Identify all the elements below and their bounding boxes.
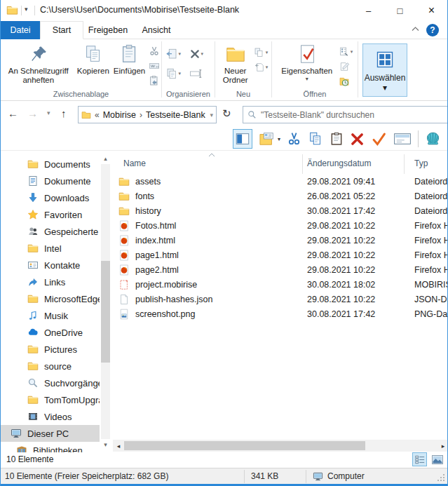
minimize-button[interactable]: – bbox=[353, 0, 384, 21]
easy-access-items-button[interactable]: ▾ bbox=[254, 46, 269, 59]
paste-shortcut-button[interactable] bbox=[149, 74, 160, 87]
column-header-name[interactable]: Name bbox=[123, 158, 146, 168]
file-name[interactable]: assets bbox=[135, 177, 161, 187]
file-row-project-mobirise[interactable]: project.mobirise30.08.2021 18:02MOBIRISE… bbox=[113, 278, 448, 292]
file-row-history[interactable]: history30.08.2021 17:42Dateiordner bbox=[113, 204, 448, 219]
recent-locations-icon[interactable]: ▾ bbox=[47, 109, 50, 116]
scroll-right-icon[interactable]: ▸ bbox=[437, 440, 448, 452]
folder-options-button[interactable]: ▾ bbox=[259, 131, 280, 147]
tab-freigeben[interactable]: Freigeben bbox=[83, 21, 133, 39]
file-name[interactable]: index.html bbox=[135, 236, 175, 245]
address-box[interactable]: « Mobirise › Testseite-Blank ▾ bbox=[78, 106, 217, 123]
horizontal-scrollbar[interactable]: ◂ ▸ bbox=[113, 440, 448, 452]
cut-toolbar-button[interactable] bbox=[287, 131, 301, 147]
copy-to-button[interactable]: ▾ bbox=[165, 67, 188, 80]
edit-button[interactable] bbox=[339, 60, 353, 73]
file-name[interactable]: Fotos.html bbox=[135, 221, 176, 231]
file-name[interactable]: project.mobirise bbox=[135, 280, 197, 290]
file-name[interactable]: history bbox=[135, 206, 161, 216]
thumbnail-view-button[interactable] bbox=[430, 452, 444, 466]
move-to-button[interactable]: ▾ bbox=[165, 48, 188, 60]
file-name[interactable]: publish-hashes.json bbox=[135, 295, 213, 304]
maximize-button[interactable]: □ bbox=[384, 0, 416, 21]
sidebar-item-onedrive[interactable]: OneDrive bbox=[1, 324, 100, 341]
sidebar-scrollbar[interactable]: ▴ ▾ bbox=[100, 153, 111, 450]
history-button[interactable] bbox=[339, 75, 353, 88]
rename-button[interactable] bbox=[189, 67, 212, 80]
breadcrumb-chevron-icon[interactable]: › bbox=[140, 110, 142, 120]
file-row-page1-html[interactable]: page1.html29.08.2021 10:22Firefox HTM bbox=[113, 248, 448, 263]
column-divider[interactable] bbox=[404, 154, 405, 174]
easy-access-button[interactable]: ▾ bbox=[254, 61, 269, 74]
paste-toolbar-button[interactable] bbox=[330, 131, 344, 147]
column-divider[interactable] bbox=[302, 154, 303, 174]
rename-toolbar-button[interactable] bbox=[393, 132, 412, 146]
edit-properties-button[interactable]: ▾ bbox=[339, 46, 353, 58]
tab-start[interactable]: Start bbox=[40, 21, 83, 39]
resize-grip[interactable] bbox=[437, 473, 446, 482]
delete-button[interactable]: ▾ bbox=[189, 48, 212, 60]
navigation-pane-toggle-button[interactable] bbox=[233, 129, 252, 149]
file-name[interactable]: page2.html bbox=[135, 265, 179, 275]
file-row-fonts[interactable]: fonts26.08.2021 05:22Dateiordner bbox=[113, 189, 448, 204]
scroll-down-icon[interactable]: ▾ bbox=[100, 439, 111, 450]
sidebar-item-source[interactable]: source bbox=[1, 358, 100, 374]
search-box[interactable]: "Testseite-Blank" durchsuchen bbox=[243, 106, 448, 123]
column-header-type[interactable]: Typ bbox=[414, 158, 428, 168]
column-header-date[interactable]: Änderungsdatum bbox=[307, 158, 371, 168]
sidebar-item-videos[interactable]: Videos bbox=[1, 408, 100, 425]
help-button[interactable]: ? bbox=[426, 24, 439, 36]
file-row-fotos-html[interactable]: Fotos.html29.08.2021 10:22Firefox HTM bbox=[113, 219, 448, 234]
sidebar-item-musik[interactable]: Musik bbox=[1, 307, 100, 324]
cut-button[interactable] bbox=[149, 45, 160, 58]
explorer-window: { "window": { "path": "C:\\Users\\User\\… bbox=[0, 0, 448, 486]
file-row-index-html[interactable]: index.html29.08.2021 10:22Firefox HTM bbox=[113, 234, 448, 248]
scroll-left-icon[interactable]: ◂ bbox=[113, 440, 124, 452]
check-toolbar-button[interactable] bbox=[371, 132, 387, 147]
sidebar-item-dieser-pc[interactable]: Dieser PC bbox=[1, 425, 100, 442]
sidebar-item-favoriten[interactable]: Favoriten bbox=[1, 206, 100, 223]
file-row-screenshot-png[interactable]: screenshot.png30.08.2021 17:42PNG-Datei bbox=[113, 307, 448, 322]
scrollbar-thumb[interactable] bbox=[124, 441, 365, 450]
sidebar-item-dokumente[interactable]: Dokumente bbox=[1, 173, 100, 189]
sidebar-item-pictures[interactable]: Pictures bbox=[1, 341, 100, 358]
sidebar-item-microsoftedge[interactable]: MicrosoftEdge bbox=[1, 290, 100, 307]
delete-toolbar-button[interactable] bbox=[350, 132, 365, 147]
details-view-button[interactable] bbox=[412, 452, 427, 466]
copy-path-button[interactable] bbox=[149, 60, 160, 72]
copy-toolbar-button[interactable] bbox=[308, 131, 323, 147]
breadcrumb-mobirise[interactable]: Mobirise bbox=[103, 110, 136, 120]
file-row-publish-hashes-json[interactable]: publish-hashes.json29.08.2021 10:22JSON-… bbox=[113, 292, 448, 307]
refresh-icon[interactable]: ↻ bbox=[222, 107, 231, 120]
sidebar-item-downloads[interactable]: Downloads bbox=[1, 189, 100, 206]
breadcrumb-testseite-blank[interactable]: Testseite-Blank bbox=[146, 110, 205, 120]
sidebar-item-kontakte[interactable]: Kontakte bbox=[1, 257, 100, 274]
file-name[interactable]: screenshot.png bbox=[135, 309, 195, 319]
folder-options-dropdown-icon[interactable]: ▾ bbox=[278, 136, 280, 142]
tab-datei[interactable]: Datei bbox=[1, 21, 40, 39]
scrollbar-thumb[interactable] bbox=[101, 261, 110, 363]
file-name[interactable]: page1.html bbox=[135, 250, 179, 260]
file-row-page2-html[interactable]: page2.html29.08.2021 10:22Firefox HTM bbox=[113, 263, 448, 278]
classic-shell-button[interactable] bbox=[425, 131, 441, 147]
quick-access-toolbar-dropdown-icon[interactable]: ▾ bbox=[25, 6, 28, 13]
sidebar-item-bibliotheken[interactable]: Bibliotheken bbox=[1, 442, 100, 452]
collapse-ribbon-icon[interactable] bbox=[412, 27, 419, 32]
tab-ansicht[interactable]: Ansicht bbox=[133, 21, 180, 39]
address-dropdown-icon[interactable]: ▾ bbox=[210, 112, 213, 119]
sidebar-item-links[interactable]: Links bbox=[1, 274, 100, 290]
scroll-up-icon[interactable]: ▴ bbox=[100, 153, 111, 164]
select-button[interactable]: Auswählen ▾ bbox=[362, 43, 407, 97]
sidebar-item-tomtomupgra[interactable]: TomTomUpgra bbox=[1, 391, 100, 408]
close-button[interactable]: × bbox=[416, 0, 447, 21]
back-icon[interactable]: ← bbox=[8, 107, 18, 119]
up-icon[interactable]: ↑ bbox=[61, 107, 67, 119]
breadcrumb-collapse-icon[interactable]: « bbox=[95, 110, 100, 120]
sidebar-item-documents[interactable]: Documents bbox=[1, 156, 100, 173]
file-row-assets[interactable]: assets29.08.2021 09:41Dateiordner bbox=[113, 175, 448, 189]
sidebar-item-suchvorg-nge[interactable]: Suchvorgänge bbox=[1, 374, 100, 391]
status-info: 10 Elemente (Freier Speicherplatz: 682 G… bbox=[5, 471, 168, 481]
file-name[interactable]: fonts bbox=[135, 191, 154, 201]
sidebar-item-gespeicherte-s[interactable]: Gespeicherte S bbox=[1, 223, 100, 240]
sidebar-item-intel[interactable]: Intel bbox=[1, 240, 100, 257]
